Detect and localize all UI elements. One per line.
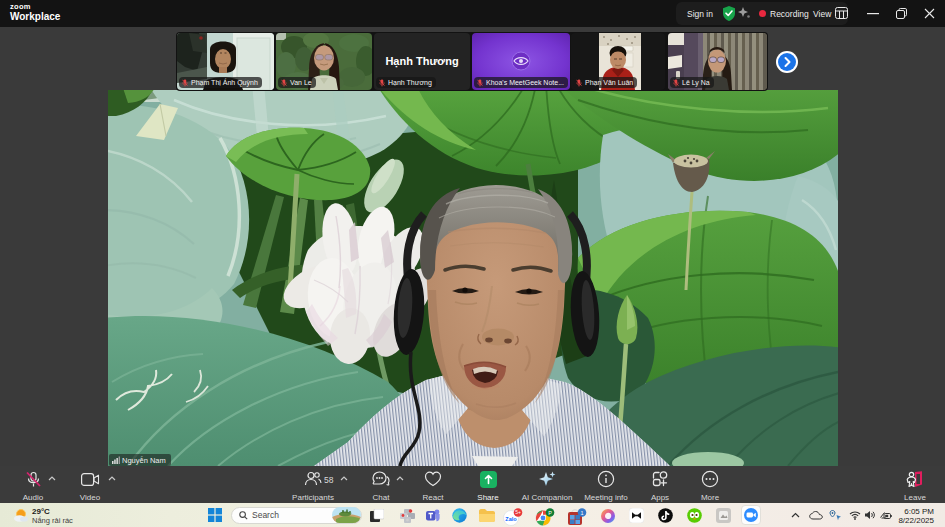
svg-text:P: P: [548, 510, 552, 516]
svg-text:Zalo: Zalo: [505, 516, 517, 522]
svg-text:1: 1: [580, 510, 583, 516]
svg-text:5+: 5+: [515, 509, 521, 515]
